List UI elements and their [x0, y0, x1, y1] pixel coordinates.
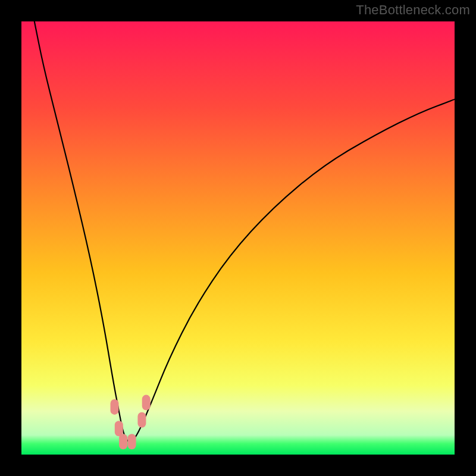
marker	[142, 395, 151, 411]
optimal-markers	[111, 395, 151, 450]
marker	[111, 399, 119, 415]
marker	[137, 412, 146, 428]
marker	[115, 421, 123, 436]
chart-frame: TheBottleneck.com	[0, 0, 476, 476]
marker	[128, 434, 136, 449]
marker	[119, 434, 127, 449]
plot-area	[21, 21, 455, 455]
chart-svg	[21, 21, 455, 455]
bottleneck-curve	[35, 21, 455, 441]
watermark-text: TheBottleneck.com	[356, 2, 470, 18]
